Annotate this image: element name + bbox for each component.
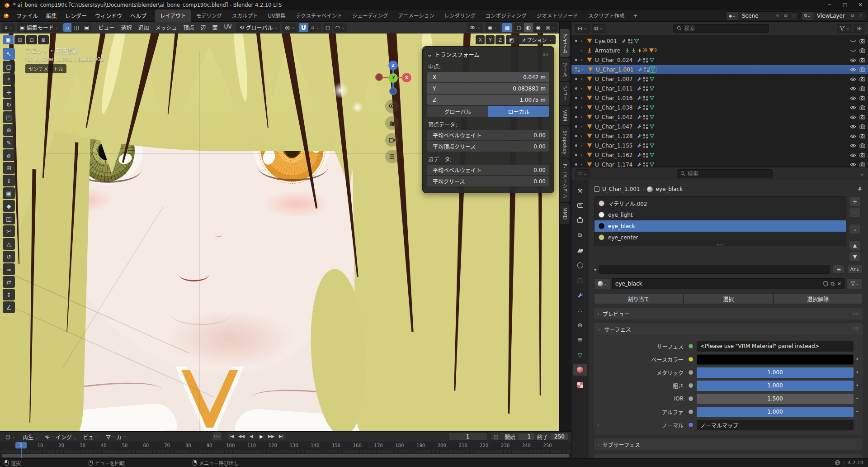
list-filter-input[interactable] — [599, 265, 830, 274]
pan-button[interactable] — [385, 116, 399, 130]
decorator-icon[interactable]: • — [854, 356, 861, 362]
properties-tab-physics[interactable]: ⊚ — [573, 319, 587, 331]
hide-viewport-icon[interactable] — [850, 58, 856, 62]
timeline-ruler[interactable]: 1020304050607080901001101201301401501601… — [0, 442, 571, 450]
gizmo-negx-axis[interactable] — [375, 73, 383, 81]
sidebar-tab-2[interactable]: ビュー — [560, 82, 570, 105]
render-visibility-icon[interactable] — [859, 86, 865, 91]
decorator-icon[interactable]: • — [854, 396, 861, 402]
hide-viewport-icon[interactable] — [850, 105, 856, 110]
properties-tab-object-data[interactable]: ▽ — [573, 349, 587, 361]
property-slider[interactable]: 1.000 — [697, 381, 854, 391]
jump-end-button[interactable]: ▶| — [277, 432, 286, 440]
tool-spin[interactable]: ↺ — [3, 251, 15, 262]
vertex-select-button[interactable]: ▫ — [63, 23, 71, 32]
sidebar-tab-3[interactable]: VRM — [560, 106, 570, 125]
material-action-2[interactable]: 選択解除 — [774, 293, 863, 304]
edge-field-0[interactable]: 平均ベベルウェイト0.00 — [427, 165, 549, 175]
add-slot-button[interactable]: ＋ — [849, 196, 861, 206]
hide-viewport-icon[interactable] — [850, 115, 856, 119]
properties-tab-modifiers[interactable] — [573, 289, 587, 301]
sort-alpha-button[interactable]: Az↓ — [847, 265, 863, 274]
orientation-dropdown[interactable]: ⟲グローバル⌄ — [236, 23, 280, 32]
filter-toggle-icon[interactable]: ▾ — [594, 267, 596, 272]
viewlayer-selector[interactable]: ⧉⌄ ViewLayer ⧉ ✕ — [801, 11, 865, 20]
outliner-row[interactable]: › U_Char_1.047 — [571, 122, 868, 131]
properties-tab-material[interactable] — [573, 364, 587, 376]
face-select-button[interactable]: ▣ — [82, 23, 91, 32]
properties-tab-particles[interactable]: ∴ — [573, 304, 587, 316]
properties-tab-scene[interactable] — [573, 244, 587, 256]
snap-dropdown[interactable]: ⌗⌄ — [309, 23, 321, 32]
object-name[interactable]: U_Char_1.174 — [595, 162, 632, 167]
outliner-row[interactable]: › U_Char_1.174 — [571, 160, 868, 167]
outliner-row[interactable]: › U_Char_1.128 — [571, 131, 868, 141]
property-slider[interactable]: 1.500 — [697, 394, 854, 404]
expand-icon[interactable]: › — [580, 105, 585, 110]
tool-select-box[interactable]: ▢ — [3, 61, 15, 72]
tool-smooth[interactable]: ≈ — [3, 263, 15, 275]
autokey-toggle[interactable]: ◌⌄ — [212, 432, 222, 440]
expand-icon[interactable]: › — [580, 57, 585, 62]
start-frame-field[interactable]: 1 — [519, 434, 534, 440]
select-intersect-button[interactable]: ⊠ — [38, 35, 49, 44]
scrollbar-thumb[interactable] — [2, 454, 569, 457]
expand-icon[interactable]: › — [580, 124, 585, 129]
object-name[interactable]: U_Char_1.042 — [595, 114, 632, 120]
outliner-filter-view-dropdown[interactable]: ⧉⌄ — [592, 24, 605, 33]
properties-tab-render[interactable] — [573, 200, 587, 211]
workspace-tab-5[interactable]: シェーディング — [347, 10, 393, 22]
timeline-menu-1[interactable]: キーイング ⌄ — [42, 432, 80, 442]
decorator-icon[interactable]: • — [854, 369, 861, 376]
select-new-button[interactable]: ▣ — [3, 35, 14, 44]
hide-viewport-icon[interactable] — [850, 153, 856, 157]
render-visibility-icon[interactable] — [859, 114, 865, 119]
tool-scale[interactable]: ◰ — [3, 111, 15, 123]
tool-edge-slide[interactable]: ⇄ — [3, 276, 15, 288]
pivot-dropdown[interactable]: ◎⌄ — [282, 23, 297, 32]
hide-viewport-icon[interactable] — [850, 86, 856, 91]
tool-inset-faces[interactable]: ▣ — [3, 187, 15, 199]
outliner-row[interactable]: › U_Char_1.001 — [571, 65, 868, 74]
outliner-row[interactable]: › U_Char_1.007 — [571, 74, 868, 84]
object-name[interactable]: U_Char_1.162 — [595, 152, 632, 158]
minimize-button[interactable]: ─ — [822, 0, 837, 10]
render-visibility-icon[interactable] — [859, 57, 865, 62]
workspace-tab-6[interactable]: アニメーション — [393, 10, 439, 22]
object-name[interactable]: Eye.001 — [595, 38, 617, 44]
expand-icon[interactable]: › — [580, 152, 585, 157]
decorator-icon[interactable]: • — [854, 409, 861, 415]
outliner-row[interactable]: › U_Char_1.016 — [571, 93, 868, 103]
properties-options-icon[interactable]: ⌄ — [860, 171, 864, 177]
breadcrumb-object[interactable]: U_Char_1.001 — [602, 186, 640, 192]
properties-tab-world[interactable] — [573, 259, 587, 271]
shading-solid-button[interactable]: ◐ — [524, 23, 533, 32]
next-keyframe-button[interactable]: ▶▶ — [267, 432, 276, 440]
hide-viewport-icon[interactable] — [850, 96, 856, 100]
workspace-tab-2[interactable]: スカルプト — [227, 10, 263, 22]
outliner-search[interactable] — [673, 24, 769, 33]
collapsed-panel-1[interactable]: ›スペキュラー — [594, 454, 863, 458]
scene-selector[interactable]: ◆⌄ Scene ⟐ ⧉ ✕ — [726, 11, 798, 20]
new-collection-button[interactable]: ⊞ — [854, 24, 864, 33]
material-action-0[interactable]: 割り当て — [594, 293, 683, 304]
median-y-field[interactable]: Y-0.083883 m — [427, 83, 549, 94]
sidebar-tab-5[interactable]: アニメーション — [560, 159, 570, 202]
close-button[interactable]: ✕ — [853, 0, 868, 10]
timeline-menu-0[interactable]: 再生 ⌄ — [19, 432, 42, 442]
sidebar-tab-1[interactable]: ツール — [560, 58, 570, 81]
blender-menu-icon[interactable] — [3, 12, 9, 19]
topbar-menu-2[interactable]: レンダー — [61, 10, 91, 21]
viewport-menu-7[interactable]: UV — [221, 22, 235, 33]
viewport-menu-4[interactable]: 頂点 — [180, 22, 197, 33]
sidebar-tab-6[interactable]: MMD — [560, 203, 570, 224]
show-viewport-icon[interactable] — [850, 48, 856, 53]
shading-wireframe-button[interactable]: ○ — [514, 23, 523, 32]
hide-viewport-icon[interactable] — [850, 134, 856, 138]
material-slot[interactable]: マテリアル.002 — [594, 198, 846, 209]
outliner-row[interactable]: › U_Char_1.042 — [571, 112, 868, 122]
snap-extra-icon[interactable]: ◩ — [506, 35, 517, 44]
properties-tab-output[interactable] — [573, 214, 587, 226]
timeline-editor-type-button[interactable]: ◷⌄ — [3, 433, 18, 441]
property-value-field[interactable]: <Please use "VRM Material" panel instead… — [697, 341, 854, 352]
